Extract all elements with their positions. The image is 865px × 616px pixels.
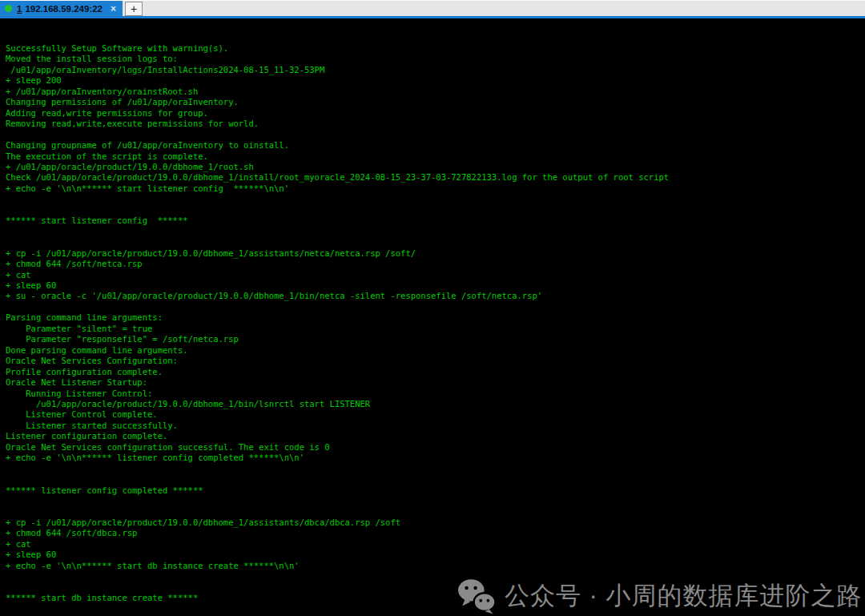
tab-index: 1 — [17, 4, 22, 14]
terminal-window[interactable]: Successfully Setup Software with warning… — [0, 18, 865, 616]
session-tab[interactable]: 1192.168.59.249:22 × — [0, 1, 123, 16]
new-tab-button[interactable]: + — [125, 2, 143, 16]
tab-bar: 1192.168.59.249:22 × + — [0, 0, 865, 16]
close-icon[interactable]: × — [111, 4, 116, 14]
tab-title: 192.168.59.249:22 — [25, 4, 103, 14]
terminal-output: Successfully Setup Software with warning… — [6, 43, 865, 604]
connection-status-icon — [5, 5, 12, 12]
tab-label: 1192.168.59.249:22 — [17, 4, 103, 14]
